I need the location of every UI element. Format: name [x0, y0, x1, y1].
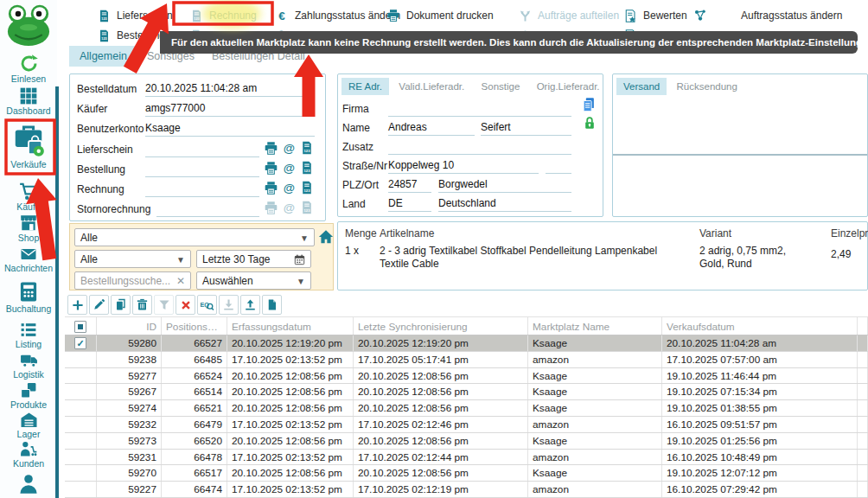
tab-ruecksendung[interactable]: Rücksendung	[670, 78, 744, 95]
grid-col-header[interactable]: Letzte Synchronisierung	[354, 317, 528, 335]
plz-field[interactable]: 24857	[388, 178, 431, 193]
rechnung-field[interactable]	[145, 182, 259, 197]
sidebar-item-kunden[interactable]: Kunden	[0, 440, 57, 469]
order-row[interactable]: ✓592806652720.10.2025 12:19:20 pm20.10.2…	[65, 335, 868, 352]
tab-valid-lieferadr[interactable]: Valid.Lieferadr.	[392, 78, 471, 95]
email-lieferschein-icon[interactable]	[282, 141, 297, 156]
sidebar-item-partial[interactable]	[0, 474, 57, 495]
grid-col-header[interactable]: Verkaufsdatum	[662, 317, 858, 335]
import-button[interactable]	[219, 295, 239, 315]
row-checkbox[interactable]	[65, 465, 97, 481]
order-row[interactable]: 592276647417.10.2025 02:13:52 pm17.10.20…	[65, 482, 868, 498]
row-checkbox[interactable]	[65, 400, 97, 416]
doc-lieferschein-icon[interactable]	[300, 141, 314, 155]
lieferschein-field[interactable]	[145, 143, 259, 157]
sidebar-item-lager[interactable]: Lager	[0, 412, 57, 439]
advanced-search-button[interactable]	[197, 295, 217, 315]
order-row[interactable]: 592676651420.10.2025 12:08:56 pm20.10.20…	[65, 384, 868, 400]
row-checkbox[interactable]	[65, 417, 97, 432]
print-rechnung-icon[interactable]	[264, 181, 278, 195]
sidebar-item-nachrichten[interactable]: Nachrichten	[0, 246, 57, 273]
grid-col-header[interactable]: Positionsnummer	[162, 317, 227, 335]
toolbar-auftragsstatus[interactable]: Auftragsstatus ändern	[693, 7, 842, 24]
bestellung-field[interactable]	[145, 163, 259, 177]
filter-button[interactable]	[154, 295, 174, 315]
sidebar-item-shop[interactable]: Shop	[0, 214, 57, 243]
tab-re-adr[interactable]: RE Adr.	[341, 78, 389, 95]
sidebar-item-buchaltung[interactable]: Buchaltung	[0, 280, 57, 314]
strasse-field[interactable]: Koppelweg 10	[388, 159, 539, 174]
firstname-field[interactable]: Andreas	[388, 121, 475, 136]
sidebar-item-verkaeufe[interactable]: Verkäufe	[0, 123, 57, 169]
order-search-input[interactable]: ✕ Bestellungssuche...	[74, 271, 191, 290]
marketplace-filter-select[interactable]: ▼ Alle	[74, 228, 315, 246]
copy-address-icon[interactable]	[581, 97, 597, 115]
toolbar-zahlungsstatus[interactable]: Zahlungsstatus ändern	[275, 7, 400, 24]
land-field[interactable]: Deutschland	[438, 197, 571, 212]
email-rechnung-icon[interactable]	[282, 181, 297, 195]
bestelldatum-field[interactable]: 20.10.2025 11:04:28 am	[145, 82, 315, 97]
order-row[interactable]: 592776652420.10.2025 12:08:56 pm20.10.20…	[65, 368, 868, 385]
row-checkbox[interactable]	[65, 450, 97, 465]
order-row[interactable]: 592326647917.10.2025 02:13:52 pm17.10.20…	[65, 417, 868, 433]
toolbar-rechnung[interactable]: Rechnung	[190, 7, 257, 24]
order-row[interactable]: 592316647817.10.2025 02:13:52 pm17.10.20…	[65, 450, 868, 466]
clear-search-icon[interactable]: ✕	[176, 272, 185, 290]
edit-button[interactable]	[89, 295, 109, 315]
sidebar-item-logistik[interactable]: Logistik	[0, 351, 57, 380]
toolbar-auftraege-aufteilen[interactable]: Aufträge aufteilen	[519, 7, 619, 24]
order-row[interactable]: 592746652120.10.2025 12:08:56 pm20.10.20…	[65, 400, 868, 417]
row-checkbox[interactable]	[65, 482, 97, 497]
tab-sonstige-adr[interactable]: Sonstige	[475, 78, 527, 95]
sidebar-item-listing[interactable]: Listing	[0, 321, 57, 349]
article-name[interactable]: 2 - 3 adrig Textilkabel Stoffkabel Pende…	[380, 245, 665, 271]
stornorechnung-field[interactable]	[156, 202, 259, 217]
order-row[interactable]: 592736652020.10.2025 12:08:56 pm20.10.20…	[65, 433, 868, 450]
benutzerkonto-field[interactable]: Ksaage	[145, 122, 315, 137]
land-code-field[interactable]: DE	[388, 197, 431, 212]
row-checkbox[interactable]	[65, 368, 97, 384]
row-checkbox[interactable]	[65, 433, 97, 449]
email-bestellung-icon[interactable]	[282, 161, 297, 176]
print-lieferschein-icon[interactable]	[264, 141, 278, 156]
row-checkbox[interactable]	[65, 384, 97, 399]
hausnr-field[interactable]	[546, 159, 571, 174]
copy-button[interactable]	[111, 295, 131, 315]
toolbar-bestellung[interactable]: Bestellung	[98, 27, 165, 44]
select-all-checkbox[interactable]	[65, 317, 97, 335]
order-row[interactable]: 592386648517.10.2025 02:13:52 pm17.10.20…	[65, 352, 868, 368]
doc-rechnung-icon[interactable]	[300, 181, 314, 195]
export-page-button[interactable]	[262, 295, 282, 315]
delete-button[interactable]	[132, 295, 152, 315]
grid-col-header[interactable]: Marktplatz Name	[528, 317, 662, 335]
zusatz-field[interactable]	[388, 140, 571, 155]
lastname-field[interactable]: Seifert	[481, 121, 571, 136]
clear-filter-button[interactable]	[176, 295, 195, 315]
sidebar-item-produkte[interactable]: Produkte	[0, 381, 57, 410]
status-filter-select[interactable]: ▼ Alle	[74, 250, 191, 268]
tab-orig-lieferadr[interactable]: Orig.Lieferadr.	[530, 78, 607, 95]
ort-field[interactable]: Borgwedel	[438, 178, 571, 193]
sidebar-item-kaeufe[interactable]: Käufe	[0, 182, 57, 212]
toolbar-dokument-drucken[interactable]: Dokument drucken	[386, 7, 494, 24]
grid-col-header[interactable]: Erfassungsdatum	[227, 317, 354, 335]
add-button[interactable]	[67, 295, 87, 315]
toolbar-lieferschein[interactable]: Lieferschein	[98, 7, 173, 24]
doc-bestellung-icon[interactable]	[300, 161, 314, 175]
toolbar-bewerten[interactable]: Bewerten	[624, 7, 687, 24]
lock-icon[interactable]	[583, 116, 597, 132]
tab-versand[interactable]: Versand	[616, 78, 667, 95]
row-checkbox[interactable]	[65, 352, 97, 367]
sidebar-item-dashboard[interactable]: Dashboard	[0, 86, 57, 116]
row-checkbox[interactable]: ✓	[65, 335, 97, 351]
tab-allgemein[interactable]: Allgemein	[69, 46, 137, 67]
kaeufer-field[interactable]: amgs777000	[145, 102, 315, 117]
order-row[interactable]: 592706651720.10.2025 12:08:56 pm20.10.20…	[65, 465, 868, 482]
grid-col-header[interactable]: ID	[97, 317, 162, 335]
app-logo-frog[interactable]	[4, 3, 53, 49]
date-range-picker[interactable]: Letzte 30 Tage	[196, 250, 311, 268]
selection-select[interactable]: ▼ Auswählen	[196, 271, 311, 290]
print-bestellung-icon[interactable]	[264, 161, 278, 176]
sidebar-item-einlesen[interactable]: Einlesen	[0, 54, 57, 84]
firma-field[interactable]	[388, 102, 571, 117]
